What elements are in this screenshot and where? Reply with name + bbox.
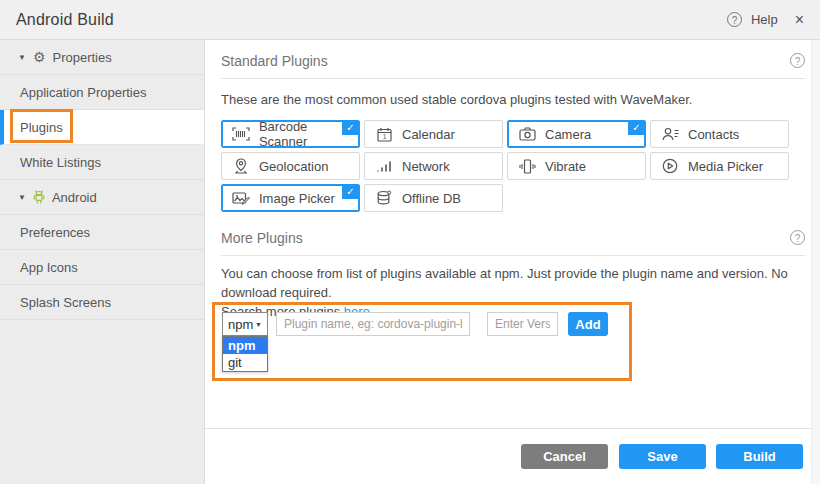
plugin-label: Geolocation bbox=[259, 159, 328, 174]
help-link[interactable]: Help bbox=[751, 12, 778, 27]
standard-plugins-help-icon[interactable]: ? bbox=[790, 53, 805, 68]
sidebar-item-label: App Icons bbox=[20, 260, 78, 275]
sidebar-item-plugins[interactable]: Plugins bbox=[0, 110, 204, 145]
plugin-label: Image Picker bbox=[259, 191, 335, 206]
close-icon[interactable]: × bbox=[795, 11, 804, 29]
footer-divider bbox=[205, 428, 820, 429]
android-icon bbox=[33, 190, 45, 204]
sidebar-item-label: Android bbox=[52, 190, 97, 205]
help-icon[interactable]: ? bbox=[727, 12, 742, 27]
gear-icon: ⚙ bbox=[33, 50, 46, 64]
media-picker-icon bbox=[660, 158, 680, 174]
vibrate-icon bbox=[517, 159, 537, 174]
main-content: Standard Plugins ? These are the most co… bbox=[205, 40, 820, 484]
sidebar: ▼⚙PropertiesApplication PropertiesPlugin… bbox=[0, 40, 205, 484]
offline-db-icon bbox=[374, 190, 394, 206]
network-icon bbox=[374, 160, 394, 173]
android-build-dialog: Android Build ? Help × ▼⚙PropertiesAppli… bbox=[0, 0, 820, 484]
source-option-git[interactable]: git bbox=[223, 354, 267, 371]
sidebar-item-app-icons[interactable]: App Icons bbox=[0, 250, 204, 285]
sidebar-item-label: Properties bbox=[52, 50, 111, 65]
camera-icon bbox=[517, 127, 537, 141]
plugin-barcode-scanner[interactable]: Barcode Scanner✓ bbox=[221, 120, 360, 148]
more-plugins-help-icon[interactable]: ? bbox=[790, 230, 805, 245]
page-title: Android Build bbox=[16, 11, 114, 29]
checkmark-icon: ✓ bbox=[342, 121, 359, 135]
checkmark-icon: ✓ bbox=[628, 121, 645, 135]
chevron-down-icon: ▼ bbox=[18, 193, 26, 202]
plugin-calendar[interactable]: 1Calendar bbox=[364, 120, 503, 148]
plugin-vibrate[interactable]: Vibrate bbox=[507, 152, 646, 180]
build-button[interactable]: Build bbox=[716, 444, 803, 469]
add-plugin-form: npm ▼ npmgit Add bbox=[222, 312, 608, 336]
source-option-npm[interactable]: npm bbox=[223, 337, 267, 354]
plugin-label: Offline DB bbox=[402, 191, 461, 206]
sidebar-item-label: Splash Screens bbox=[20, 295, 111, 310]
sidebar-item-properties[interactable]: ▼⚙Properties bbox=[0, 40, 204, 75]
source-select[interactable]: npm ▼ bbox=[222, 312, 268, 336]
standard-plugins-description: These are the most common used stable co… bbox=[221, 90, 692, 109]
calendar-icon: 1 bbox=[374, 127, 394, 142]
sidebar-item-label: Application Properties bbox=[20, 85, 146, 100]
add-plugin-form-highlight-box: npm ▼ npmgit Add bbox=[212, 302, 632, 381]
geolocation-icon bbox=[231, 158, 251, 174]
vertical-scrollbar[interactable] bbox=[811, 40, 820, 484]
plugin-label: Contacts bbox=[688, 127, 739, 142]
standard-plugins-section-header: Standard Plugins ? bbox=[221, 53, 805, 79]
svg-text:1: 1 bbox=[382, 133, 386, 140]
more-plugins-section-header: More Plugins ? bbox=[221, 230, 805, 256]
save-button[interactable]: Save bbox=[619, 444, 706, 469]
sidebar-item-application-properties[interactable]: Application Properties bbox=[0, 75, 204, 110]
sidebar-item-preferences[interactable]: Preferences bbox=[0, 215, 204, 250]
sidebar-item-white-listings[interactable]: White Listings bbox=[0, 145, 204, 180]
sidebar-item-label: Preferences bbox=[20, 225, 90, 240]
source-select-value: npm bbox=[228, 317, 253, 332]
cancel-button[interactable]: Cancel bbox=[521, 444, 608, 469]
plugin-camera[interactable]: Camera✓ bbox=[507, 120, 646, 148]
version-input[interactable] bbox=[487, 312, 558, 336]
plugin-label: Camera bbox=[545, 127, 591, 142]
header-actions: ? Help × bbox=[727, 11, 804, 29]
plugin-label: Calendar bbox=[402, 127, 455, 142]
image-picker-icon bbox=[231, 191, 251, 205]
dialog-header: Android Build ? Help × bbox=[0, 0, 820, 40]
plugin-geolocation[interactable]: Geolocation bbox=[221, 152, 360, 180]
sidebar-item-label: White Listings bbox=[20, 155, 101, 170]
contacts-icon bbox=[660, 127, 680, 141]
chevron-down-icon: ▼ bbox=[255, 321, 262, 328]
more-plugins-title: More Plugins bbox=[221, 230, 303, 246]
plugin-image-picker[interactable]: Image Picker✓ bbox=[221, 184, 360, 212]
plugin-label: Vibrate bbox=[545, 159, 586, 174]
add-button[interactable]: Add bbox=[568, 312, 608, 336]
chevron-down-icon: ▼ bbox=[18, 53, 26, 62]
sidebar-item-android[interactable]: ▼Android bbox=[0, 180, 204, 215]
sidebar-nav: ▼⚙PropertiesApplication PropertiesPlugin… bbox=[0, 40, 204, 320]
barcode-icon bbox=[231, 127, 251, 141]
plugin-grid: Barcode Scanner✓1CalendarCamera✓Contacts… bbox=[221, 120, 789, 212]
plugin-network[interactable]: Network bbox=[364, 152, 503, 180]
source-dropdown: npm ▼ npmgit bbox=[222, 312, 268, 336]
plugin-label: Network bbox=[402, 159, 450, 174]
plugin-offline-db[interactable]: Offline DB bbox=[364, 184, 503, 212]
checkmark-icon: ✓ bbox=[342, 185, 359, 199]
plugin-name-input[interactable] bbox=[276, 312, 470, 336]
source-dropdown-list: npmgit bbox=[222, 336, 268, 372]
plugin-contacts[interactable]: Contacts bbox=[650, 120, 789, 148]
sidebar-item-label: Plugins bbox=[20, 120, 63, 135]
standard-plugins-title: Standard Plugins bbox=[221, 53, 328, 69]
plugin-media-picker[interactable]: Media Picker bbox=[650, 152, 789, 180]
more-plugins-description-text: You can choose from list of plugins avai… bbox=[221, 266, 788, 300]
plugin-label: Media Picker bbox=[688, 159, 763, 174]
sidebar-item-splash-screens[interactable]: Splash Screens bbox=[0, 285, 204, 320]
